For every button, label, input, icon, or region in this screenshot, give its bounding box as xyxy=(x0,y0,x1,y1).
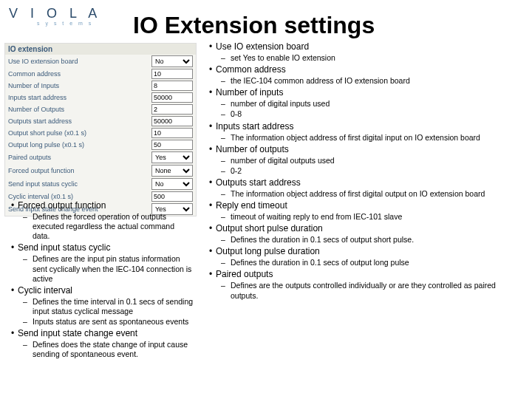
list-item: •Send input status cyclic–Defines are th… xyxy=(7,242,201,283)
dash-icon: – xyxy=(18,340,33,359)
dash-icon: – xyxy=(216,76,231,86)
bullet-icon: • xyxy=(205,246,216,267)
sub-item: –timeout of waiting reply to end from IE… xyxy=(216,212,525,222)
sub-text: the IEC-104 common address of IO extensi… xyxy=(231,76,525,86)
sub-text: Defines the duration in 0.1 secs of outp… xyxy=(231,258,525,267)
left-column: •Forced output function–Defines the forc… xyxy=(7,200,201,361)
sub-item: –number of digital inputs used xyxy=(216,99,525,109)
sub-item: –set Yes to enable IO extension xyxy=(216,53,525,63)
dash-icon: – xyxy=(18,317,33,327)
sub-item: –the IEC-104 common address of IO extens… xyxy=(216,76,525,86)
sub-item: –Defines are the outputs controlled indi… xyxy=(216,281,525,300)
list-item: •Output short pulse duration–Defines the… xyxy=(205,223,528,245)
item-title: Inputs start address xyxy=(216,121,525,132)
logo-subtitle: s y s t e m s xyxy=(37,21,93,26)
bullet-icon: • xyxy=(205,121,216,143)
list-item: •Output long pulse duration–Defines the … xyxy=(205,246,528,267)
item-title: Common address xyxy=(216,64,525,75)
item-title: Output long pulse duration xyxy=(216,246,525,257)
item-title: Number of outputs xyxy=(216,144,525,155)
sub-item: –number of digital outputs used xyxy=(216,156,525,166)
item-title: Forced output function xyxy=(18,200,198,211)
sub-item: –Defines the duration in 0.1 secs of out… xyxy=(216,235,525,245)
sub-text: Defines are the input pin status informa… xyxy=(33,254,198,283)
bullet-icon: • xyxy=(205,269,216,300)
list-item: •Inputs start address–The information ob… xyxy=(205,121,528,143)
dash-icon: – xyxy=(216,189,231,199)
list-item: •Paired outputs–Defines are the outputs … xyxy=(205,269,528,300)
list-item: •Reply end timeout–timeout of waiting re… xyxy=(205,200,528,222)
sub-item: –0-2 xyxy=(216,166,525,176)
bullet-icon: • xyxy=(205,144,216,176)
item-title: Use IO extension board xyxy=(216,41,525,52)
dash-icon: – xyxy=(216,109,231,119)
sub-item: –Defines the forced operation of outputs… xyxy=(18,212,198,241)
sub-text: timeout of waiting reply to end from IEC… xyxy=(231,212,525,222)
bullet-icon: • xyxy=(7,200,18,241)
item-title: Output short pulse duration xyxy=(216,223,525,234)
bullet-icon: • xyxy=(205,64,216,86)
sub-text: The information object address of first … xyxy=(231,189,525,199)
dash-icon: – xyxy=(216,212,231,222)
bullet-icon: • xyxy=(205,223,216,245)
dash-icon: – xyxy=(216,258,231,267)
bullet-icon: • xyxy=(205,177,216,199)
list-item: •Cyclic interval–Defines the time interv… xyxy=(7,285,201,327)
list-item: •Number of inputs–number of digital inpu… xyxy=(205,87,528,119)
item-title: Reply end timeout xyxy=(216,200,525,211)
list-item: •Number of outputs–number of digital out… xyxy=(205,144,528,176)
list-item: •Outputs start address–The information o… xyxy=(205,177,528,199)
sub-text: number of digital inputs used xyxy=(231,99,525,109)
list-item: •Forced output function–Defines the forc… xyxy=(7,200,201,241)
bullet-icon: • xyxy=(205,87,216,119)
dash-icon: – xyxy=(216,166,231,176)
sub-text: Defines the time interval in 0.1 secs of… xyxy=(33,297,198,316)
bullet-icon: • xyxy=(7,242,18,283)
item-title: Send input state change event xyxy=(18,328,198,339)
dash-icon: – xyxy=(216,99,231,109)
sub-item: –Defines does the state change of input … xyxy=(18,340,198,359)
sub-text: number of digital outputs used xyxy=(231,156,525,166)
dash-icon: – xyxy=(216,281,231,300)
dash-icon: – xyxy=(18,212,33,241)
sub-item: –Defines are the input pin status inform… xyxy=(18,254,198,283)
sub-text: Defines the forced operation of outputs … xyxy=(33,212,198,241)
dash-icon: – xyxy=(216,133,231,143)
dash-icon: – xyxy=(216,53,231,63)
sub-text: Inputs status are sent as spontaneous ev… xyxy=(33,317,198,327)
sub-text: Defines the duration in 0.1 secs of outp… xyxy=(231,235,525,245)
sub-text: set Yes to enable IO extension xyxy=(231,53,525,63)
item-title: Cyclic interval xyxy=(18,285,198,296)
sub-text: 0-2 xyxy=(231,166,525,176)
list-item: •Send input state change event–Defines d… xyxy=(7,328,201,359)
dash-icon: – xyxy=(18,297,33,316)
bullet-icon: • xyxy=(7,285,18,327)
sub-item: –The information object address of first… xyxy=(216,189,525,199)
dash-icon: – xyxy=(18,254,33,283)
sub-text: 0-8 xyxy=(231,109,525,119)
page-title: IO Extension settings xyxy=(133,12,375,39)
sub-item: –Defines the time interval in 0.1 secs o… xyxy=(18,297,198,316)
right-column: •Use IO extension board–set Yes to enabl… xyxy=(205,41,528,302)
item-title: Number of inputs xyxy=(216,87,525,98)
dash-icon: – xyxy=(216,235,231,245)
bullet-icon: • xyxy=(205,200,216,222)
sub-item: –0-8 xyxy=(216,109,525,119)
list-item: •Common address–the IEC-104 common addre… xyxy=(205,64,528,86)
sub-text: Defines does the state change of input c… xyxy=(33,340,198,359)
sub-item: –Inputs status are sent as spontaneous e… xyxy=(18,317,198,327)
list-item: •Use IO extension board–set Yes to enabl… xyxy=(205,41,528,63)
item-title: Send input status cyclic xyxy=(18,242,198,253)
sub-text: Defines are the outputs controlled indiv… xyxy=(231,281,525,300)
dash-icon: – xyxy=(216,156,231,166)
logo: V I O L A xyxy=(9,6,101,21)
sub-item: –The information object address of first… xyxy=(216,133,525,143)
bullet-icon: • xyxy=(7,328,18,359)
bullet-icon: • xyxy=(205,41,216,63)
item-title: Outputs start address xyxy=(216,177,525,188)
sub-item: –Defines the duration in 0.1 secs of out… xyxy=(216,258,525,267)
sub-text: The information object address of first … xyxy=(231,133,525,143)
item-title: Paired outputs xyxy=(216,269,525,280)
